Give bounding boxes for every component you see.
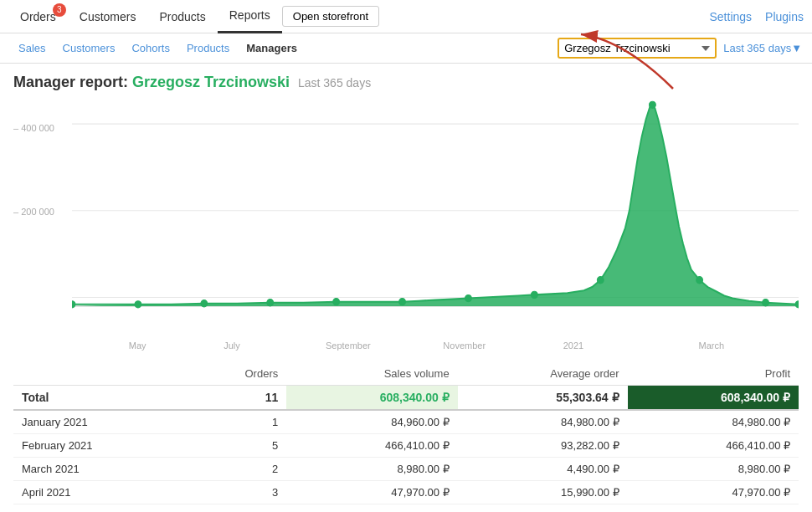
svg-point-16 <box>696 277 703 284</box>
svg-point-14 <box>597 277 604 284</box>
col-header-sales-volume: Sales volume <box>286 362 457 386</box>
svg-point-11 <box>399 299 406 305</box>
chart-area: – 400 000 – 200 000 <box>13 98 799 357</box>
table-total-row: Total 11 608,340.00 ₽ 55,303.64 ₽ 608,34… <box>13 386 799 411</box>
subnav-managers[interactable]: Managers <box>238 33 306 64</box>
x-label-may: May <box>129 340 146 351</box>
row-profit: 47,970.00 ₽ <box>628 481 799 504</box>
x-label-september: September <box>326 340 371 351</box>
svg-point-10 <box>333 299 340 305</box>
sub-nav-right-controls: Grzegosz Trzcinowski Last 365 days▼ <box>558 38 802 59</box>
row-avg-order: 4,490.00 ₽ <box>458 458 628 481</box>
total-label: Total <box>13 386 188 411</box>
row-sales-volume: 84,960.00 ₽ <box>286 410 457 434</box>
row-sales-volume: 47,970.00 ₽ <box>286 481 457 504</box>
total-sales-volume: 608,340.00 ₽ <box>286 386 457 411</box>
settings-link[interactable]: Settings <box>709 10 752 23</box>
col-header-profit: Profit <box>628 362 799 386</box>
y-label-200k: – 200 000 <box>13 207 59 217</box>
x-label-march: March <box>699 340 725 351</box>
subnav-sales[interactable]: Sales <box>10 33 54 64</box>
table-row: January 2021 1 84,960.00 ₽ 84,980.00 ₽ 8… <box>13 410 799 434</box>
x-axis-labels: May July September November 2021 March <box>72 334 799 357</box>
top-nav-right: Settings Plugins <box>709 10 804 23</box>
row-sales-volume: 8,980.00 ₽ <box>286 458 457 481</box>
y-label-400k: – 400 000 <box>13 123 59 133</box>
row-label: April 2021 <box>13 481 188 504</box>
subnav-cohorts[interactable]: Cohorts <box>123 33 178 64</box>
table-row: March 2021 2 8,980.00 ₽ 4,490.00 ₽ 8,980… <box>13 458 799 481</box>
nav-reports-label: Reports <box>229 8 270 22</box>
main-content: Manager report: Grzegosz Trzcinowski Las… <box>0 64 812 504</box>
nav-customers[interactable]: Customers <box>68 0 148 33</box>
row-label: January 2021 <box>13 410 188 434</box>
top-navigation: Orders 3 Customers Products Reports Open… <box>0 0 812 33</box>
subnav-customers[interactable]: Customers <box>54 33 124 64</box>
svg-point-8 <box>201 300 208 307</box>
nav-orders-label: Orders <box>20 10 56 23</box>
nav-customers-label: Customers <box>80 10 136 23</box>
chart-svg <box>72 98 799 332</box>
svg-point-6 <box>72 301 75 308</box>
svg-point-7 <box>135 301 141 308</box>
table-row: April 2021 3 47,970.00 ₽ 15,990.00 ₽ 47,… <box>13 481 799 504</box>
table-header-row: Orders Sales volume Average order Profit <box>13 362 799 386</box>
date-label: Last 365 days <box>295 76 371 90</box>
total-avg-order: 55,303.64 ₽ <box>458 386 628 411</box>
nav-reports[interactable]: Reports <box>218 0 282 33</box>
row-orders: 5 <box>188 434 287 458</box>
col-header-name <box>13 362 188 386</box>
nav-products-label: Products <box>159 10 205 23</box>
svg-point-9 <box>267 300 274 306</box>
svg-marker-5 <box>72 105 799 306</box>
page-title: Manager report: Grzegosz Trzcinowski Las… <box>13 74 799 91</box>
chart-svg-element <box>72 98 799 332</box>
col-header-orders: Orders <box>188 362 287 386</box>
x-label-2021: 2021 <box>563 340 583 351</box>
row-profit: 8,980.00 ₽ <box>628 458 799 481</box>
row-orders: 3 <box>188 481 287 504</box>
row-avg-order: 15,990.00 ₽ <box>458 481 628 504</box>
x-label-july: July <box>224 340 240 351</box>
row-orders: 1 <box>188 410 287 434</box>
total-orders: 11 <box>188 386 287 411</box>
subnav-products[interactable]: Products <box>178 33 238 64</box>
report-table: Orders Sales volume Average order Profit… <box>13 362 799 504</box>
total-profit: 608,340.00 ₽ <box>628 386 799 411</box>
row-label: February 2021 <box>13 434 188 458</box>
row-avg-order: 93,282.00 ₽ <box>458 434 628 458</box>
col-header-avg-order: Average order <box>458 362 628 386</box>
sub-navigation: Sales Customers Cohorts Products Manager… <box>0 33 812 64</box>
page-title-prefix: Manager report: <box>13 74 132 90</box>
row-profit: 466,410.00 ₽ <box>628 434 799 458</box>
svg-point-15 <box>649 101 655 108</box>
row-profit: 84,980.00 ₽ <box>628 410 799 434</box>
svg-point-17 <box>763 300 769 306</box>
row-avg-order: 84,980.00 ₽ <box>458 410 628 434</box>
plugins-link[interactable]: Plugins <box>765 10 804 23</box>
nav-products[interactable]: Products <box>147 0 217 33</box>
table-row: February 2021 5 466,410.00 ₽ 93,282.00 ₽… <box>13 434 799 458</box>
x-label-november: November <box>443 340 486 351</box>
svg-point-18 <box>795 301 799 308</box>
svg-point-13 <box>531 291 537 298</box>
date-range-link[interactable]: Last 365 days▼ <box>723 42 802 54</box>
row-orders: 2 <box>188 458 287 481</box>
nav-orders[interactable]: Orders 3 <box>8 0 68 33</box>
open-storefront-button[interactable]: Open storefront <box>282 6 379 27</box>
orders-badge: 3 <box>53 3 66 17</box>
row-sales-volume: 466,410.00 ₽ <box>286 434 457 458</box>
y-axis-labels: – 400 000 – 200 000 <box>13 98 72 332</box>
manager-name: Grzegosz Trzcinowski <box>132 74 290 90</box>
svg-point-12 <box>465 294 472 301</box>
manager-dropdown[interactable]: Grzegosz Trzcinowski <box>558 38 717 59</box>
row-label: March 2021 <box>13 458 188 481</box>
